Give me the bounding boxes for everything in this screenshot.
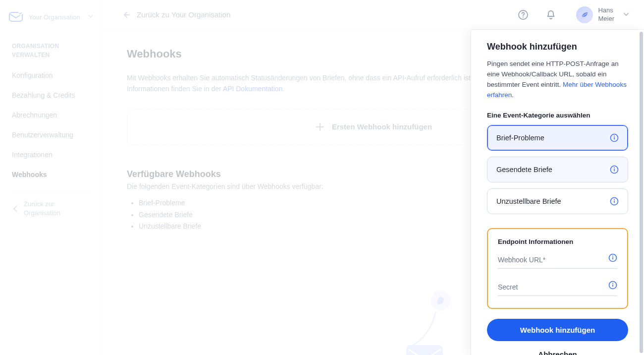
user-name: Hans Meier <box>598 6 614 23</box>
sidebar-section-label: ORGANISATION VERWALTEN <box>0 32 103 62</box>
org-switcher[interactable]: Your Organisation <box>0 4 103 32</box>
svg-rect-23 <box>612 284 613 287</box>
svg-point-3 <box>523 16 524 17</box>
svg-rect-17 <box>614 200 615 203</box>
info-icon[interactable] <box>610 133 619 142</box>
org-name: Your Organisation <box>29 13 80 21</box>
user-menu[interactable]: Hans Meier <box>570 6 629 23</box>
sidebar: Your Organisation ORGANISATION VERWALTEN… <box>0 0 103 355</box>
svg-rect-20 <box>612 257 613 259</box>
endpoint-box-title: Endpoint Informationen <box>498 238 617 245</box>
leaf-icon <box>580 10 589 19</box>
svg-point-6 <box>431 291 451 310</box>
option-unzustellbare-briefe[interactable]: Unzustellbare Briefe <box>487 188 628 214</box>
secret-label: Secret <box>498 283 518 291</box>
drawer-title: Webhook hinzufügen <box>487 42 628 52</box>
bell-icon <box>545 9 556 20</box>
topbar: Zurück zu Your Organisation Hans Meier <box>103 0 644 30</box>
svg-point-15 <box>614 167 615 168</box>
info-icon[interactable] <box>610 165 619 174</box>
svg-rect-8 <box>406 345 443 355</box>
svg-rect-14 <box>614 169 615 171</box>
sidebar-item-integrationen[interactable]: Integrationen <box>0 145 103 165</box>
svg-point-24 <box>612 283 613 284</box>
org-logo-icon <box>9 11 23 23</box>
drawer-description: Pingen sendet eine HTTP-POST-Anfrage an … <box>487 59 628 101</box>
add-webhook-drawer: Webhook hinzufügen Pingen sendet eine HT… <box>471 30 644 355</box>
plus-icon <box>315 122 325 132</box>
svg-rect-11 <box>614 137 615 139</box>
info-icon[interactable] <box>610 197 619 206</box>
endpoint-info-box: Endpoint Informationen Webhook URL* Secr… <box>487 228 628 309</box>
option-label: Unzustellbare Briefe <box>496 197 561 205</box>
submit-webhook-button[interactable]: Webhook hinzufügen <box>487 319 628 341</box>
sidebar-item-bezahlung[interactable]: Bezahlung & Credits <box>0 85 103 105</box>
sidebar-back-org[interactable]: Zurück zur Organisation <box>0 196 103 222</box>
category-group-label: Eine Event-Kategorie auswählen <box>487 112 628 119</box>
option-brief-probleme[interactable]: Brief-Probleme <box>487 125 628 151</box>
cancel-button[interactable]: Abbrechen <box>487 343 628 355</box>
sidebar-item-konfiguration[interactable]: Konfiguration <box>0 65 103 85</box>
api-docs-link[interactable]: API Dokumentation <box>223 85 283 93</box>
arrow-left-icon <box>12 205 19 212</box>
chevron-down-icon <box>623 10 629 19</box>
sidebar-back-label: Zurück zur Organisation <box>24 200 91 218</box>
notifications-button[interactable] <box>542 6 559 23</box>
sidebar-item-webhooks[interactable]: Webhooks <box>0 165 103 184</box>
chevron-down-icon <box>88 12 94 21</box>
arrow-left-icon <box>123 11 131 19</box>
option-label: Brief-Probleme <box>496 134 544 142</box>
svg-point-12 <box>614 135 615 136</box>
webhook-url-label: Webhook URL* <box>498 256 545 264</box>
drawer-scrollbar[interactable] <box>640 32 643 353</box>
info-icon[interactable] <box>608 253 617 262</box>
breadcrumb-back[interactable]: Zurück zu Your Organisation <box>123 10 230 19</box>
sidebar-nav: Konfiguration Bezahlung & Credits Abrech… <box>0 62 103 187</box>
add-first-webhook-label: Ersten Webhook hinzufügen <box>332 122 432 131</box>
breadcrumb-back-label: Zurück zu Your Organisation <box>137 10 230 19</box>
webhook-url-field[interactable]: Webhook URL* <box>498 254 617 269</box>
sidebar-item-abrechnungen[interactable]: Abrechnungen <box>0 105 103 125</box>
sidebar-divider <box>12 190 91 191</box>
sidebar-item-benutzer[interactable]: Benutzerverwaltung <box>0 125 103 145</box>
svg-point-21 <box>612 255 613 256</box>
help-icon <box>518 9 529 20</box>
option-label: Gesendete Briefe <box>496 166 552 174</box>
avatar <box>576 6 593 23</box>
svg-point-18 <box>614 199 615 200</box>
option-gesendete-briefe[interactable]: Gesendete Briefe <box>487 157 628 182</box>
secret-field[interactable]: Secret <box>498 282 617 296</box>
info-icon[interactable] <box>608 281 617 290</box>
help-button[interactable] <box>515 6 532 23</box>
page-intro: Mit Webhooks erhalten Sie automatisch St… <box>127 72 503 95</box>
